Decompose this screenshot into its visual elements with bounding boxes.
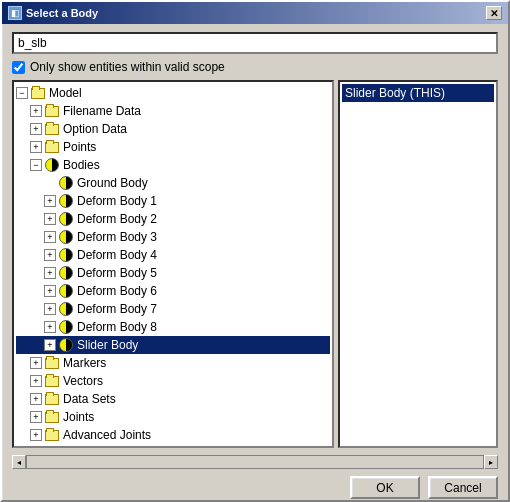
- tree-node-markers[interactable]: +Markers: [16, 354, 330, 372]
- result-panel[interactable]: Slider Body (THIS): [338, 80, 498, 448]
- tree-node-advanced-joints[interactable]: +Advanced Joints: [16, 426, 330, 444]
- expand-btn-filename-data[interactable]: +: [30, 105, 42, 117]
- scroll-left-button[interactable]: ◂: [12, 455, 26, 469]
- node-label-vectors: Vectors: [63, 374, 103, 388]
- tree-node-option-data[interactable]: +Option Data: [16, 120, 330, 138]
- tree-node-slider-body[interactable]: +Slider Body: [16, 336, 330, 354]
- tree-node-deform-body-3[interactable]: +Deform Body 3: [16, 228, 330, 246]
- node-label-markers: Markers: [63, 356, 106, 370]
- folder-icon: [45, 430, 59, 441]
- node-label-deform-body-5: Deform Body 5: [77, 266, 157, 280]
- title-bar-left: ◧ Select a Body: [8, 6, 98, 20]
- expand-btn-vectors[interactable]: +: [30, 375, 42, 387]
- expand-btn-deform-body-2[interactable]: +: [44, 213, 56, 225]
- folder-icon: [45, 376, 59, 387]
- node-label-points: Points: [63, 140, 96, 154]
- node-label-deform-body-4: Deform Body 4: [77, 248, 157, 262]
- folder-icon: [45, 412, 59, 423]
- cancel-button[interactable]: Cancel: [428, 476, 498, 499]
- expand-btn-data-sets[interactable]: +: [30, 393, 42, 405]
- ok-button[interactable]: OK: [350, 476, 420, 499]
- scroll-thumb[interactable]: [26, 455, 484, 469]
- expand-btn-deform-body-5[interactable]: +: [44, 267, 56, 279]
- expand-btn-deform-body-4[interactable]: +: [44, 249, 56, 261]
- expand-btn-bodies[interactable]: −: [30, 159, 42, 171]
- scope-checkbox-label: Only show entities within valid scope: [30, 60, 225, 74]
- body-icon: [59, 302, 73, 316]
- tree-node-deform-body-8[interactable]: +Deform Body 8: [16, 318, 330, 336]
- search-input[interactable]: [12, 32, 498, 54]
- tree-node-deform-body-4[interactable]: +Deform Body 4: [16, 246, 330, 264]
- node-label-deform-body-3: Deform Body 3: [77, 230, 157, 244]
- node-label-deform-body-6: Deform Body 6: [77, 284, 157, 298]
- folder-icon: [31, 88, 45, 99]
- expand-btn-model[interactable]: −: [16, 87, 28, 99]
- folder-icon: [45, 358, 59, 369]
- tree-node-deform-body-7[interactable]: +Deform Body 7: [16, 300, 330, 318]
- expand-btn-points[interactable]: +: [30, 141, 42, 153]
- node-label-deform-body-1: Deform Body 1: [77, 194, 157, 208]
- horizontal-scrollbar[interactable]: ◂ ▸: [12, 454, 498, 470]
- expand-btn-deform-body-8[interactable]: +: [44, 321, 56, 333]
- folder-icon: [45, 106, 59, 117]
- window-body: Only show entities within valid scope −M…: [2, 24, 508, 502]
- expand-btn-joints[interactable]: +: [30, 411, 42, 423]
- select-body-dialog: ◧ Select a Body ✕ Only show entities wit…: [0, 0, 510, 502]
- node-label-deform-body-2: Deform Body 2: [77, 212, 157, 226]
- body-icon: [59, 284, 73, 298]
- tree-node-model[interactable]: −Model: [16, 84, 330, 102]
- node-label-bodies: Bodies: [63, 158, 100, 172]
- folder-icon: [45, 142, 59, 153]
- tree-node-vectors[interactable]: +Vectors: [16, 372, 330, 390]
- node-label-ground-body: Ground Body: [77, 176, 148, 190]
- body-icon: [59, 248, 73, 262]
- tree-node-data-sets[interactable]: +Data Sets: [16, 390, 330, 408]
- expand-btn-option-data[interactable]: +: [30, 123, 42, 135]
- tree-node-bodies[interactable]: −Bodies: [16, 156, 330, 174]
- expand-btn-slider-body[interactable]: +: [44, 339, 56, 351]
- tree-node-deform-body-2[interactable]: +Deform Body 2: [16, 210, 330, 228]
- body-icon: [59, 194, 73, 208]
- tree-node-deform-body-1[interactable]: +Deform Body 1: [16, 192, 330, 210]
- close-button[interactable]: ✕: [486, 6, 502, 20]
- node-label-model: Model: [49, 86, 82, 100]
- scroll-right-button[interactable]: ▸: [484, 455, 498, 469]
- body-icon: [59, 212, 73, 226]
- dialog-title: Select a Body: [26, 7, 98, 19]
- body-icon: [59, 320, 73, 334]
- body-icon: [59, 230, 73, 244]
- body-icon: [59, 338, 73, 352]
- tree-node-ground-body[interactable]: Ground Body: [16, 174, 330, 192]
- node-label-advanced-joints: Advanced Joints: [63, 428, 151, 442]
- scope-checkbox-row: Only show entities within valid scope: [12, 60, 498, 74]
- tree-node-deform-body-5[interactable]: +Deform Body 5: [16, 264, 330, 282]
- tree-node-filename-data[interactable]: +Filename Data: [16, 102, 330, 120]
- node-label-data-sets: Data Sets: [63, 392, 116, 406]
- folder-icon: [45, 394, 59, 405]
- expand-btn-advanced-joints[interactable]: +: [30, 429, 42, 441]
- node-label-deform-body-7: Deform Body 7: [77, 302, 157, 316]
- node-label-joints: Joints: [63, 410, 94, 424]
- body-icon: [59, 176, 73, 190]
- expand-btn-deform-body-7[interactable]: +: [44, 303, 56, 315]
- window-icon: ◧: [8, 6, 22, 20]
- expand-btn-markers[interactable]: +: [30, 357, 42, 369]
- node-label-deform-body-8: Deform Body 8: [77, 320, 157, 334]
- panels-container: −Model+Filename Data+Option Data+Points−…: [12, 80, 498, 448]
- title-bar: ◧ Select a Body ✕: [2, 2, 508, 24]
- node-label-slider-body: Slider Body: [77, 338, 138, 352]
- result-item[interactable]: Slider Body (THIS): [342, 84, 494, 102]
- tree-node-points[interactable]: +Points: [16, 138, 330, 156]
- node-label-filename-data: Filename Data: [63, 104, 141, 118]
- tree-panel[interactable]: −Model+Filename Data+Option Data+Points−…: [12, 80, 334, 448]
- expand-btn-deform-body-1[interactable]: +: [44, 195, 56, 207]
- scope-checkbox[interactable]: [12, 61, 25, 74]
- body-icon: [45, 158, 59, 172]
- expand-btn-deform-body-6[interactable]: +: [44, 285, 56, 297]
- body-icon: [59, 266, 73, 280]
- tree-node-joints[interactable]: +Joints: [16, 408, 330, 426]
- tree-node-deform-body-6[interactable]: +Deform Body 6: [16, 282, 330, 300]
- expand-btn-deform-body-3[interactable]: +: [44, 231, 56, 243]
- node-label-option-data: Option Data: [63, 122, 127, 136]
- buttons-row: OK Cancel: [12, 476, 498, 502]
